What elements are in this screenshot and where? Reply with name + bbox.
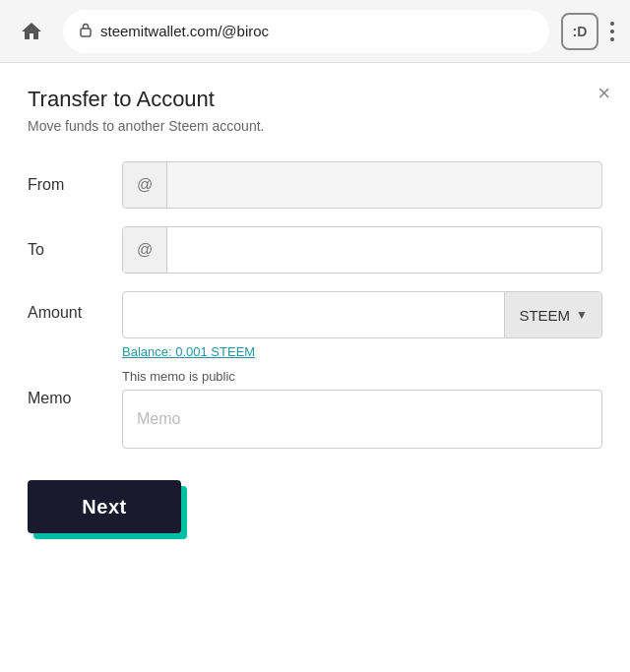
- dot1: [610, 22, 614, 26]
- chevron-down-icon: ▼: [576, 308, 588, 322]
- memo-label: Memo: [28, 390, 106, 407]
- from-input[interactable]: [167, 162, 601, 208]
- memo-input[interactable]: [122, 390, 602, 449]
- memo-section: This memo is public Memo: [28, 369, 602, 449]
- to-input[interactable]: [167, 227, 601, 273]
- balance-text[interactable]: Balance: 0.001 STEEM: [122, 344, 602, 359]
- address-bar[interactable]: steemitwallet.com/@biroc: [63, 10, 549, 53]
- to-at-symbol: @: [123, 227, 167, 273]
- to-label: To: [28, 241, 106, 259]
- amount-row: Amount STEEM ▼ Balance: 0.001 STEEM: [28, 291, 602, 359]
- emoji-button[interactable]: :D: [561, 13, 598, 50]
- lock-icon: [79, 22, 93, 40]
- close-button[interactable]: ×: [598, 83, 610, 104]
- from-at-symbol: @: [123, 162, 167, 208]
- more-options-button[interactable]: [606, 18, 618, 45]
- next-button-wrapper: Next: [28, 480, 181, 533]
- dialog-title: Transfer to Account: [28, 87, 602, 112]
- svg-rect-0: [81, 29, 91, 36]
- amount-label: Amount: [28, 291, 106, 322]
- from-row: From @: [28, 161, 602, 209]
- browser-chrome: steemitwallet.com/@biroc :D: [0, 0, 630, 63]
- currency-selector[interactable]: STEEM ▼: [504, 292, 601, 337]
- address-text: steemitwallet.com/@biroc: [100, 23, 269, 39]
- amount-fields: STEEM ▼ Balance: 0.001 STEEM: [122, 291, 602, 359]
- dot3: [610, 37, 614, 41]
- to-row: To @: [28, 226, 602, 274]
- currency-label: STEEM: [519, 307, 570, 324]
- from-label: From: [28, 176, 106, 194]
- from-field-container: @: [122, 161, 602, 209]
- dot2: [610, 30, 614, 33]
- next-button[interactable]: Next: [28, 480, 181, 533]
- amount-input[interactable]: [123, 292, 504, 337]
- dialog-subtitle: Move funds to another Steem account.: [28, 118, 602, 134]
- amount-input-container: STEEM ▼: [122, 291, 602, 338]
- memo-public-note: This memo is public: [122, 369, 602, 384]
- browser-actions: :D: [561, 13, 618, 50]
- dialog-container: × Transfer to Account Move funds to anot…: [0, 63, 630, 672]
- home-button[interactable]: [12, 12, 51, 51]
- memo-row: Memo: [28, 390, 602, 449]
- to-field-container: @: [122, 226, 602, 274]
